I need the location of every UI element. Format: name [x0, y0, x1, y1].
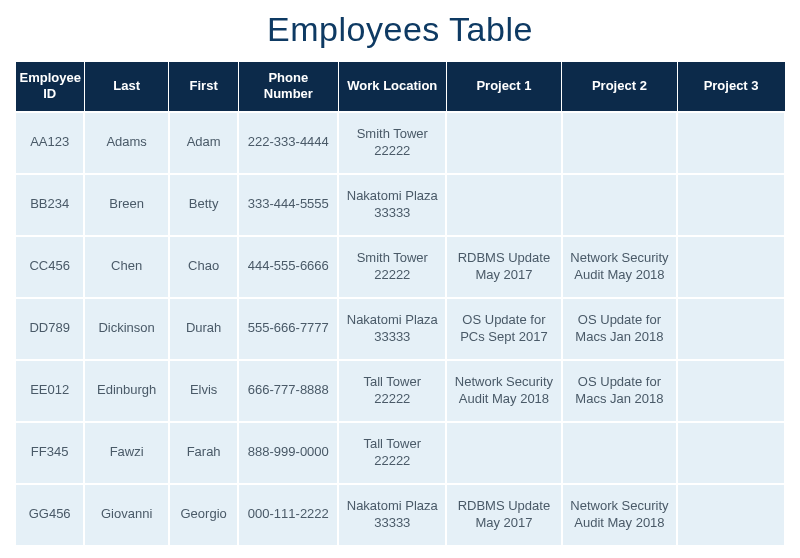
col-project-2: Project 2 — [562, 62, 678, 112]
cell-location: Smith Tower 22222 — [338, 236, 446, 298]
cell-p3 — [677, 422, 785, 484]
cell-emp-id: BB234 — [15, 174, 84, 236]
cell-p2: Network Security Audit May 2018 — [562, 484, 678, 546]
cell-phone: 000-111-2222 — [238, 484, 338, 546]
cell-location: Smith Tower 22222 — [338, 112, 446, 174]
cell-p1: RDBMS Update May 2017 — [446, 484, 562, 546]
col-project-1: Project 1 — [446, 62, 562, 112]
cell-emp-id: FF345 — [15, 422, 84, 484]
employees-table: Employee ID Last First Phone Number Work… — [14, 61, 786, 547]
col-work-location: Work Location — [338, 62, 446, 112]
cell-phone: 555-666-7777 — [238, 298, 338, 360]
cell-phone: 444-555-6666 — [238, 236, 338, 298]
cell-emp-id: EE012 — [15, 360, 84, 422]
cell-emp-id: DD789 — [15, 298, 84, 360]
cell-p3 — [677, 236, 785, 298]
table-row: DD789 Dickinson Durah 555-666-7777 Nakat… — [15, 298, 785, 360]
cell-phone: 888-999-0000 — [238, 422, 338, 484]
cell-p2: OS Update for Macs Jan 2018 — [562, 360, 678, 422]
cell-emp-id: CC456 — [15, 236, 84, 298]
table-row: EE012 Edinburgh Elvis 666-777-8888 Tall … — [15, 360, 785, 422]
cell-location: Nakatomi Plaza 33333 — [338, 174, 446, 236]
cell-phone: 222-333-4444 — [238, 112, 338, 174]
page-title: Employees Table — [14, 10, 786, 49]
cell-last: Dickinson — [84, 298, 169, 360]
table-row: AA123 Adams Adam 222-333-4444 Smith Towe… — [15, 112, 785, 174]
cell-emp-id: GG456 — [15, 484, 84, 546]
table-row: BB234 Breen Betty 333-444-5555 Nakatomi … — [15, 174, 785, 236]
cell-last: Fawzi — [84, 422, 169, 484]
col-last: Last — [84, 62, 169, 112]
col-employee-id: Employee ID — [15, 62, 84, 112]
cell-first: Betty — [169, 174, 238, 236]
cell-first: Georgio — [169, 484, 238, 546]
cell-first: Durah — [169, 298, 238, 360]
cell-last: Giovanni — [84, 484, 169, 546]
cell-p1: RDBMS Update May 2017 — [446, 236, 562, 298]
cell-phone: 666-777-8888 — [238, 360, 338, 422]
cell-first: Chao — [169, 236, 238, 298]
cell-location: Nakatomi Plaza 33333 — [338, 484, 446, 546]
cell-first: Adam — [169, 112, 238, 174]
col-project-3: Project 3 — [677, 62, 785, 112]
col-phone-number: Phone Number — [238, 62, 338, 112]
cell-p3 — [677, 484, 785, 546]
cell-p3 — [677, 298, 785, 360]
cell-location: Tall Tower 22222 — [338, 422, 446, 484]
cell-p3 — [677, 360, 785, 422]
table-row: FF345 Fawzi Farah 888-999-0000 Tall Towe… — [15, 422, 785, 484]
table-header-row: Employee ID Last First Phone Number Work… — [15, 62, 785, 112]
cell-last: Breen — [84, 174, 169, 236]
cell-location: Nakatomi Plaza 33333 — [338, 298, 446, 360]
table-row: GG456 Giovanni Georgio 000-111-2222 Naka… — [15, 484, 785, 546]
cell-p1: Network Security Audit May 2018 — [446, 360, 562, 422]
cell-location: Tall Tower 22222 — [338, 360, 446, 422]
cell-p1 — [446, 112, 562, 174]
col-first: First — [169, 62, 238, 112]
cell-first: Farah — [169, 422, 238, 484]
cell-p2 — [562, 112, 678, 174]
cell-phone: 333-444-5555 — [238, 174, 338, 236]
cell-p3 — [677, 112, 785, 174]
cell-p1 — [446, 422, 562, 484]
cell-last: Adams — [84, 112, 169, 174]
cell-p2: OS Update for Macs Jan 2018 — [562, 298, 678, 360]
cell-emp-id: AA123 — [15, 112, 84, 174]
cell-p2: Network Security Audit May 2018 — [562, 236, 678, 298]
cell-p1: OS Update for PCs Sept 2017 — [446, 298, 562, 360]
cell-p2 — [562, 174, 678, 236]
cell-first: Elvis — [169, 360, 238, 422]
cell-p2 — [562, 422, 678, 484]
cell-last: Chen — [84, 236, 169, 298]
cell-p3 — [677, 174, 785, 236]
cell-last: Edinburgh — [84, 360, 169, 422]
table-row: CC456 Chen Chao 444-555-6666 Smith Tower… — [15, 236, 785, 298]
cell-p1 — [446, 174, 562, 236]
